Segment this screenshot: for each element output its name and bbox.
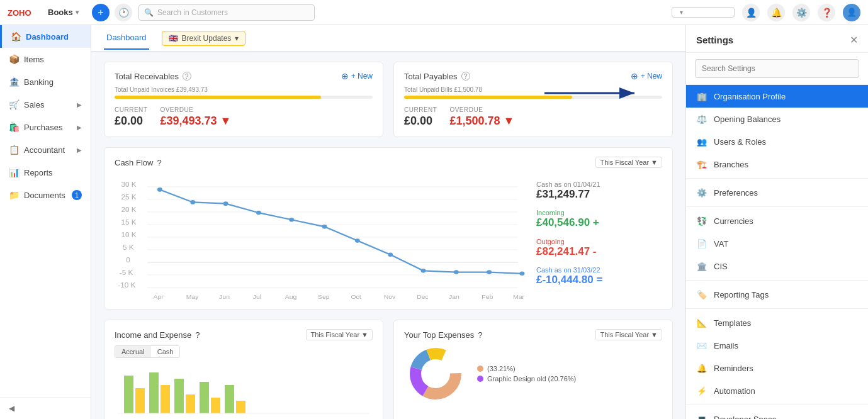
payables-new-label: + New <box>641 72 662 81</box>
cash-outgoing-label: Outgoing <box>536 238 662 245</box>
sidebar-label-accountant: Accountant <box>24 145 65 155</box>
cashflow-period-button[interactable]: This Fiscal Year ▼ <box>595 157 662 168</box>
svg-rect-56 <box>135 388 145 413</box>
svg-text:2021: 2021 <box>315 299 330 300</box>
sidebar-item-dashboard[interactable]: 🏠 Dashboard <box>0 25 91 48</box>
settings-item-reporting-tags[interactable]: 🏷️ Reporting Tags <box>686 283 868 306</box>
top-expenses-info-icon[interactable]: ? <box>478 330 482 340</box>
accrual-button[interactable]: Accrual <box>115 346 151 357</box>
cashflow-info-icon[interactable]: ? <box>157 158 161 167</box>
cash-button[interactable]: Cash <box>151 346 180 357</box>
svg-text:2021: 2021 <box>348 299 363 300</box>
svg-text:20 K: 20 K <box>121 206 137 213</box>
payables-info-icon[interactable]: ? <box>461 72 470 81</box>
sidebar-item-sales[interactable]: 🛒 Sales ▶ <box>0 93 91 116</box>
app-logo[interactable]: ZOHO Books ▾ <box>8 7 83 18</box>
svg-point-28 <box>454 270 459 274</box>
payables-current-label: CURRENT <box>404 106 437 113</box>
documents-icon: 📁 <box>9 190 19 200</box>
avatar-icon-button[interactable]: 👤 <box>843 4 860 21</box>
payables-amounts: CURRENT £0.00 OVERDUE £1,500.78 ▼ <box>404 106 662 128</box>
settings-item-reminders[interactable]: 🔔 Reminders <box>686 357 868 379</box>
settings-close-button[interactable]: ✕ <box>850 34 858 46</box>
emails-icon: ✉️ <box>696 340 707 351</box>
settings-item-opening-balances[interactable]: ⚖️ Opening Balances <box>686 108 868 130</box>
income-expense-period-button[interactable]: This Fiscal Year ▼ <box>306 329 373 340</box>
history-button[interactable]: 🕐 <box>115 4 132 21</box>
svg-text:2021: 2021 <box>184 299 199 300</box>
receivables-overdue-value: £39,493.73 ▼ <box>160 115 231 128</box>
settings-icon-button[interactable]: ⚙️ <box>792 4 810 21</box>
svg-text:2021: 2021 <box>414 299 429 300</box>
payables-progress-bar <box>404 96 572 99</box>
legend-item-1: (33.21%) <box>477 365 576 372</box>
cash-incoming-label: Incoming <box>536 209 662 216</box>
svg-rect-64 <box>236 401 245 413</box>
settings-item-users-roles[interactable]: 👥 Users & Roles <box>686 130 868 153</box>
sidebar-item-banking[interactable]: 🏦 Banking <box>0 70 91 93</box>
logo-dropdown-icon[interactable]: ▾ <box>76 9 79 16</box>
income-expense-card: Income and Expense ? This Fiscal Year ▼ … <box>104 320 383 419</box>
purchases-icon: 🛍️ <box>9 122 19 132</box>
cash-incoming-block: Incoming £40,546.90 + <box>536 209 662 229</box>
payables-progress-bar-container <box>404 96 662 99</box>
settings-search-input[interactable] <box>695 59 859 78</box>
sidebar-item-reports[interactable]: 📊 Reports <box>0 161 91 184</box>
top-expenses-title: Your Top Expenses ? <box>404 330 483 340</box>
svg-point-30 <box>520 271 525 276</box>
svg-point-19 <box>157 187 162 192</box>
receivables-new-button[interactable]: ⊕ + New <box>341 71 373 81</box>
svg-point-20 <box>190 200 195 204</box>
brexit-updates-button[interactable]: 🇬🇧 Brexit Updates ▾ <box>162 31 246 46</box>
svg-point-24 <box>322 225 327 229</box>
cash-opening-label: Cash as on 01/04/21 <box>536 181 662 188</box>
settings-item-cis[interactable]: 🏛️ CIS <box>686 255 868 277</box>
vat-icon: 📄 <box>696 238 707 249</box>
settings-item-vat[interactable]: 📄 VAT <box>686 232 868 255</box>
settings-search-area <box>686 53 868 85</box>
legend-color-2 <box>477 376 483 382</box>
org-dropdown[interactable]: ▾ <box>672 7 735 18</box>
sidebar-collapse-button[interactable]: ◀ <box>0 397 91 419</box>
payables-new-button[interactable]: ⊕ + New <box>631 71 662 81</box>
settings-item-org-profile[interactable]: 🏢 Organisation Profile <box>686 85 868 108</box>
settings-panel: Settings ✕ 🏢 Organisation Profile ⚖️ Ope… <box>685 25 868 419</box>
search-bar[interactable]: 🔍 Search in Customers <box>138 4 315 21</box>
svg-text:10 K: 10 K <box>121 232 137 238</box>
settings-label-emails: Emails <box>714 341 738 350</box>
settings-label-developer-space: Developer Space <box>714 415 777 420</box>
sidebar-item-items[interactable]: 📦 Items <box>0 48 91 70</box>
settings-label-opening-balances: Opening Balances <box>714 115 781 124</box>
sidebar-item-accountant[interactable]: 📋 Accountant ▶ <box>0 138 91 161</box>
contacts-icon-button[interactable]: 👤 <box>742 4 760 21</box>
reminders-icon: 🔔 <box>696 362 707 374</box>
cash-opening-value: £31,249.77 <box>536 188 662 201</box>
tab-dashboard[interactable]: Dashboard <box>104 26 149 50</box>
settings-item-preferences[interactable]: ⚙️ Preferences <box>686 181 868 204</box>
settings-item-templates[interactable]: 📐 Templates <box>686 311 868 334</box>
opening-balances-icon: ⚖️ <box>696 113 707 125</box>
org-dropdown-icon: ▾ <box>680 9 683 16</box>
sidebar-item-documents[interactable]: 📁 Documents 1 <box>0 184 91 206</box>
payables-overdue-block: OVERDUE £1,500.78 ▼ <box>449 106 514 128</box>
settings-item-branches[interactable]: 🏗️ Branches <box>686 153 868 176</box>
income-expense-header: Income and Expense ? This Fiscal Year ▼ <box>115 329 373 340</box>
settings-item-emails[interactable]: ✉️ Emails <box>686 334 868 357</box>
top-expenses-period-button[interactable]: This Fiscal Year ▼ <box>595 329 662 340</box>
add-button[interactable]: + <box>92 4 110 21</box>
income-expense-info-icon[interactable]: ? <box>195 330 200 340</box>
receivables-new-plus-icon: ⊕ <box>341 71 349 81</box>
help-icon-button[interactable]: ❓ <box>818 4 835 21</box>
cashflow-period-text: This Fiscal Year ▼ <box>600 159 658 166</box>
notification-icon-button[interactable]: 🔔 <box>767 4 785 21</box>
settings-item-currencies[interactable]: 💱 Currencies <box>686 210 868 232</box>
top-expenses-period-text: This Fiscal Year ▼ <box>600 331 658 338</box>
brexit-flag-icon: 🇬🇧 <box>169 34 178 43</box>
topbar: ZOHO Books ▾ + 🕐 🔍 Search in Customers ▾… <box>0 0 868 25</box>
sidebar-item-purchases[interactable]: 🛍️ Purchases ▶ <box>0 116 91 138</box>
brexit-dropdown-icon: ▾ <box>235 34 239 43</box>
purchases-arrow-icon: ▶ <box>77 124 82 131</box>
receivables-info-icon[interactable]: ? <box>183 72 191 81</box>
settings-item-automation[interactable]: ⚡ Automation <box>686 379 868 402</box>
settings-item-developer-space[interactable]: 💻 Developer Space <box>686 408 868 419</box>
